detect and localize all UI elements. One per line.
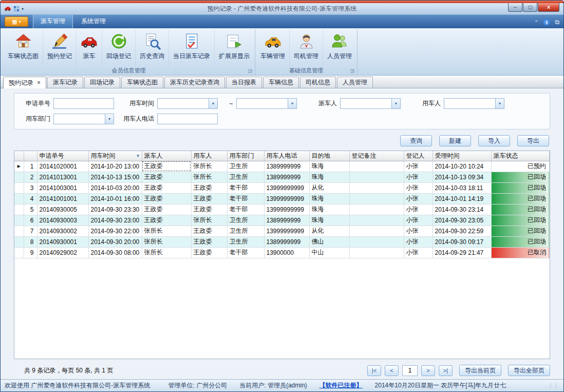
grid-cell[interactable]: 2014-10-03 18:11 (433, 182, 491, 193)
grid-cell[interactable]: 20141020001 (37, 161, 88, 172)
pager-first-button[interactable]: |< (367, 365, 381, 376)
grid-cell[interactable]: 珠海 (309, 172, 349, 182)
grid-cell[interactable] (349, 182, 404, 193)
grid-cell[interactable]: 小张 (404, 193, 433, 204)
grid-cell[interactable] (349, 247, 404, 258)
grid-cell[interactable]: 小张 (404, 226, 433, 236)
grid-cell[interactable]: 2014-09-30 22:59 (433, 226, 491, 236)
table-row[interactable]: 3201410030012014-10-03 20:00王政委王政委老干部139… (14, 182, 550, 193)
ribbon-button-car-yellow[interactable]: 车辆管理 (256, 29, 290, 67)
filter-combo[interactable]: ▼ (53, 114, 114, 124)
grid-cell[interactable]: 2014-09-30 20:00 (88, 236, 142, 247)
export-button[interactable]: 导出 (517, 135, 549, 146)
table-row[interactable]: 2201410130012014-10-13 15:00王政委张所长卫生所138… (14, 172, 550, 182)
grid-cell[interactable]: 张所长 (191, 161, 227, 172)
grid-cell[interactable]: 珠海 (309, 193, 349, 204)
page-number-input[interactable] (402, 365, 418, 376)
ribbon-button-recycle[interactable]: 回场登记 (102, 29, 136, 67)
filter-combo[interactable]: ▼ (236, 98, 297, 109)
doc-tab[interactable]: 回场记录 (84, 77, 120, 88)
minimize-button[interactable]: ─ (508, 3, 522, 12)
filter-text-input[interactable] (157, 114, 218, 124)
column-header[interactable]: 派车人 (142, 151, 191, 161)
ribbon-button-record-list[interactable]: 当日派车记录 (169, 29, 215, 67)
application-menu-button[interactable]: ▦▾ (5, 16, 28, 27)
grid-cell[interactable] (349, 172, 404, 182)
export-current-page-button[interactable]: 导出当前页 (459, 365, 501, 376)
grid-cell[interactable] (349, 193, 404, 204)
grid-cell[interactable]: 13999999999 (264, 182, 309, 193)
grid-cell[interactable]: 小张 (404, 247, 433, 258)
grid-cell[interactable]: 王政委 (191, 193, 227, 204)
grid-cell[interactable]: 20140930005 (37, 204, 88, 215)
grid-cell[interactable]: 珠海 (309, 204, 349, 215)
column-header[interactable]: 受理时间 (433, 151, 491, 161)
grid-cell[interactable]: 2014-10-13 15:00 (88, 172, 142, 182)
column-header[interactable]: 用车人 (191, 151, 227, 161)
doc-tab[interactable]: 司机信息 (300, 77, 336, 88)
grid-cell[interactable]: 13999999999 (264, 226, 309, 236)
column-header[interactable]: 用车人电话 (264, 151, 309, 161)
grid-cell[interactable] (349, 161, 404, 172)
ribbon-tab[interactable]: 派车管理 (33, 14, 73, 28)
close-button[interactable]: ✕ (538, 3, 559, 12)
filter-combo[interactable]: ▼ (157, 98, 218, 109)
import-button[interactable]: 导入 (478, 135, 510, 146)
app-car-icon[interactable] (4, 6, 11, 12)
grid-cell[interactable] (349, 226, 404, 236)
grid-cell[interactable]: 2014-10-20 10:24 (433, 161, 491, 172)
titlebar[interactable]: ▾ 预约记录 - 广州爱奇迪软件科技有限公司-派车管理系统 ─ ▢ ✕ (1, 3, 563, 15)
grid-cell[interactable]: 20141013001 (37, 172, 88, 182)
grid-cell[interactable]: 1389999999 (264, 172, 309, 182)
grid-cell[interactable]: 2014-10-01 14:19 (433, 193, 491, 204)
grid-cell[interactable]: 张所长 (191, 215, 227, 226)
grid-cell[interactable]: 王政委 (142, 172, 191, 182)
grid-cell[interactable]: 老干部 (227, 247, 264, 258)
grid-cell[interactable]: 老干部 (227, 182, 264, 193)
grid-cell[interactable]: 小张 (404, 236, 433, 247)
ribbon-button-history-search[interactable]: 历史查询 (136, 29, 169, 67)
grid-cell[interactable]: 珠海 (309, 215, 349, 226)
doc-tab[interactable]: 派车记录 (47, 77, 83, 88)
table-row[interactable]: 7201409300022014-09-30 22:00张所长王政委卫生所139… (14, 226, 550, 236)
column-header[interactable]: 申请单号 (37, 151, 88, 161)
doc-tab[interactable]: 人员管理 (337, 77, 373, 88)
filter-dropdown-icon[interactable]: ▼ (136, 154, 140, 158)
grid-cell[interactable]: 2014-10-13 09:34 (433, 172, 491, 182)
ribbon-button-people[interactable]: 人员管理 (323, 29, 356, 67)
ribbon-button-car-red[interactable]: 派车 (77, 29, 102, 67)
grid-cell[interactable]: 王政委 (191, 204, 227, 215)
dialog-launcher-icon[interactable]: ◳ (248, 67, 252, 75)
ribbon-button-pencil[interactable]: 预约登记 (43, 29, 77, 67)
doc-tab[interactable]: 车辆信息 (263, 77, 299, 88)
grid-cell[interactable]: 张所长 (142, 226, 191, 236)
grid-cell[interactable]: 卫生所 (227, 226, 264, 236)
doc-tab[interactable]: 当日报表 (226, 77, 262, 88)
grid-cell[interactable]: 20140930001 (37, 236, 88, 247)
grid-cell[interactable]: 1389999999 (264, 161, 309, 172)
grid-cell[interactable]: 王政委 (191, 182, 227, 193)
grid-cell[interactable]: 2014-09-30 09:17 (433, 236, 491, 247)
filter-text-input[interactable] (53, 98, 114, 109)
close-tab-icon[interactable]: × (37, 80, 41, 86)
grid-cell[interactable]: 张所长 (191, 172, 227, 182)
export-all-pages-button[interactable]: 导出全部页 (508, 365, 550, 376)
grid-cell[interactable]: 王政委 (142, 193, 191, 204)
grid-cell[interactable] (349, 215, 404, 226)
ribbon-tab[interactable]: 系统管理 (74, 15, 113, 28)
qat-dropdown-caret-icon[interactable]: ▾ (22, 7, 24, 11)
ribbon-button-house[interactable]: 车辆状态图 (4, 29, 43, 67)
new-button[interactable]: 新建 (439, 135, 471, 146)
grid-cell[interactable]: 2014-09-30 23:14 (433, 204, 491, 215)
info-icon[interactable]: i (543, 18, 550, 26)
grid-cell[interactable]: 2014-10-20 13:00 (88, 161, 142, 172)
pager-prev-button[interactable]: < (385, 365, 399, 376)
grid-cell[interactable]: 小张 (404, 215, 433, 226)
grid-cell[interactable]: 张所长 (142, 236, 191, 247)
pager-last-button[interactable]: >| (439, 365, 453, 376)
doc-tab[interactable]: 预约记录× (3, 77, 46, 88)
grid-cell[interactable]: 王政委 (191, 236, 227, 247)
filter-combo[interactable]: ▼ (444, 98, 504, 109)
grid-cell[interactable]: 王政委 (142, 182, 191, 193)
grid-cell[interactable]: 王政委 (191, 226, 227, 236)
